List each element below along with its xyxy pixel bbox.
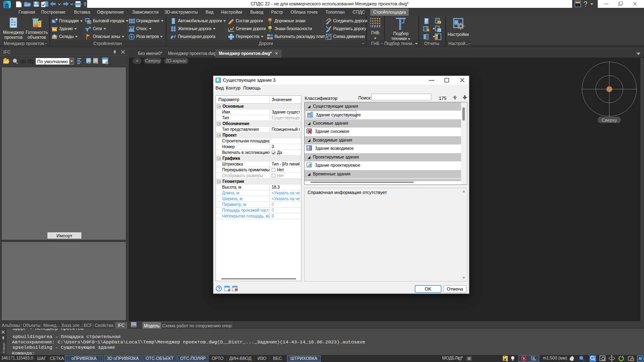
svg-text:По умолчанию: По умолчанию: [37, 59, 68, 64]
svg-text:Сверху: Сверху: [602, 118, 617, 123]
svg-text:n: n: [235, 289, 237, 291]
svg-text:Коман: Коман: [2, 343, 6, 353]
svg-text:?: ?: [218, 286, 220, 291]
